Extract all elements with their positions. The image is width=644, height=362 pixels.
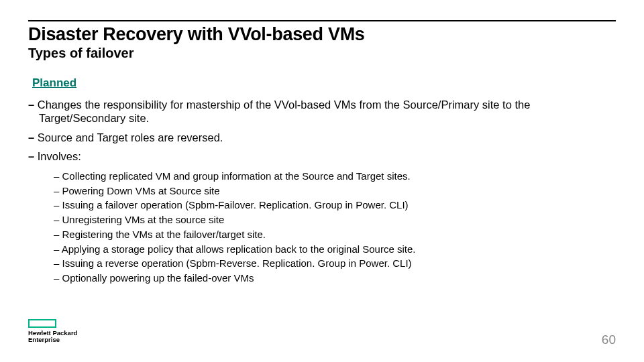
sub-bullet-item: Unregistering VMs at the source site <box>54 213 616 227</box>
sub-bullet-item: Registering the VMs at the failover/targ… <box>54 227 616 242</box>
hpe-logo-bar-icon <box>28 319 56 328</box>
bullet-item: Changes the responsibility for mastershi… <box>28 98 616 125</box>
sub-bullet-item: Optionally powering up the failed-over V… <box>54 271 616 286</box>
top-rule <box>28 20 616 21</box>
hpe-logo: Hewlett Packard Enterprise <box>28 319 77 343</box>
body-content: Changes the responsibility for mastershi… <box>28 95 616 286</box>
sub-bullet-item: Issuing a reverse operation (Spbm-Revers… <box>54 256 616 271</box>
sub-bullet-item: Collecting replicated VM and group infor… <box>54 169 616 184</box>
bullet-item: Involves: <box>28 149 616 163</box>
section-heading-planned: Planned <box>32 76 76 90</box>
page-number: 60 <box>602 333 616 347</box>
logo-line2: Enterprise <box>28 336 60 343</box>
sub-bullet-item: Issuing a failover operation (Spbm-Failo… <box>54 198 616 213</box>
hpe-logo-text: Hewlett Packard Enterprise <box>28 330 77 343</box>
bullet-item: Source and Target roles are reversed. <box>28 131 616 144</box>
slide: Disaster Recovery with VVol-based VMs Ty… <box>0 0 644 362</box>
sub-bullet-item: Powering Down VMs at Source site <box>54 184 616 198</box>
slide-title: Disaster Recovery with VVol-based VMs <box>28 24 365 45</box>
sub-bullet-item: Applying a storage policy that allows re… <box>54 242 616 257</box>
slide-subtitle: Types of failover <box>28 46 133 61</box>
sub-bullet-list: Collecting replicated VM and group infor… <box>54 169 616 286</box>
